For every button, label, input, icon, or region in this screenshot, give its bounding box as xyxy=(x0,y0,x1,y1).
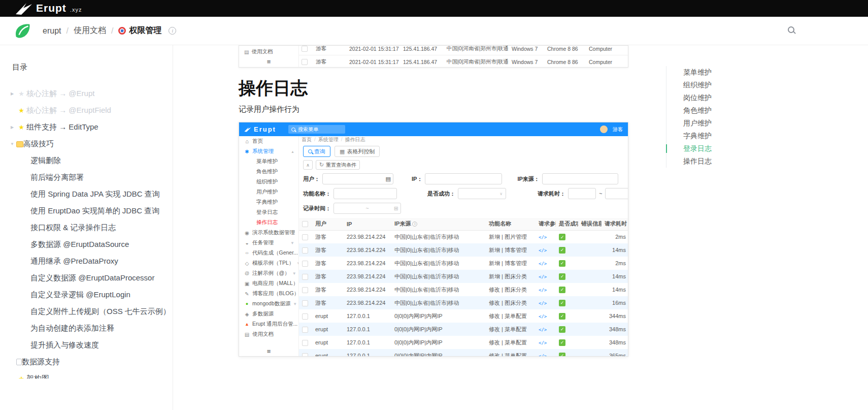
toc-item-label: 登录日志 xyxy=(683,144,712,152)
sidebar-item[interactable]: 数据源支持 xyxy=(0,354,173,370)
cell-ip: 125.41.186.47 xyxy=(400,55,444,68)
site-logo[interactable]: Erupt .xyz xyxy=(0,2,82,15)
admin-sidebar: 首页 系统管理 菜单维护 角色维护 xyxy=(239,136,299,356)
caret-up-icon xyxy=(291,150,294,153)
cell-func: 新增 | 博客管理 xyxy=(486,243,536,257)
user-input xyxy=(322,173,393,184)
toc-item[interactable]: 组织维护 xyxy=(666,79,808,91)
sidebar-item[interactable]: 核心注解 → @Erupt xyxy=(0,85,173,102)
sidebar-item[interactable]: 多数据源 @EruptDataSource xyxy=(0,236,173,253)
success-check-icon xyxy=(559,353,565,356)
cell-duration: 2ms xyxy=(602,257,628,270)
toc-item[interactable]: 角色维护 xyxy=(666,104,808,117)
breadcrumb-page: 权限管理 xyxy=(118,25,161,36)
filter-label-ip: IP： xyxy=(412,175,422,183)
toc-item[interactable]: 菜单维护 xyxy=(666,66,808,79)
admin-breadcrumb: 首页系统管理操作日志 xyxy=(299,136,628,143)
toc-item-label: 字典维护 xyxy=(683,132,712,140)
admin-menu-label: mongodb数据源 xyxy=(252,300,290,307)
toc-item-label: 角色维护 xyxy=(683,106,712,114)
cell-ip-source: 0|0|0|内网IP|内网IP xyxy=(391,349,486,356)
cell-duration: 16ms xyxy=(602,296,628,309)
col-user: 用户 xyxy=(312,218,344,230)
row-checkbox-icon xyxy=(302,46,308,52)
op-log-row: 游客 223.98.214.224 中国|0|山东省|临沂市|移动 新增 | 图… xyxy=(299,230,628,243)
sidebar-item[interactable]: 前后端分离部署 xyxy=(0,169,173,186)
sidebar-item[interactable]: 使用 EruptDao 实现简单的 JDBC 查询 xyxy=(0,203,173,219)
op-log-row: erupt 127.0.0.1 0|0|0|内网IP|内网IP 修改 | 菜单配… xyxy=(299,323,628,336)
info-icon[interactable] xyxy=(169,27,176,35)
sidebar-item[interactable]: 通用继承 @PreDataProxy xyxy=(0,253,173,270)
sidebar-item[interactable]: 逻辑删除 xyxy=(0,152,173,169)
toc-item[interactable]: 登录日志 xyxy=(666,142,808,155)
top-nav xyxy=(666,0,712,17)
sidebar-item-label: 架构图 xyxy=(26,374,49,379)
table-columns-button: 表格列控制 xyxy=(335,146,380,157)
toc-item[interactable]: 操作日志 xyxy=(666,155,808,168)
code-icon xyxy=(539,354,547,356)
reset-query-button: 重置查询条件 xyxy=(316,160,360,170)
cell-ip: 127.0.0.1 xyxy=(344,349,391,356)
sidebar-item[interactable]: 核心注解 → @EruptField xyxy=(0,102,173,119)
sidebar-item[interactable]: 提升插入与修改速度 xyxy=(0,337,173,354)
filter-label-ip-source: IP来源： xyxy=(517,175,539,183)
cell-ip: 223.98.214.224 xyxy=(344,270,391,283)
op-log-row: 游客 223.98.214.224 中国|0|山东省|临沂市|移动 新增 | 博… xyxy=(299,257,628,270)
admin-toolbar: 查询 表格列控制 xyxy=(299,143,628,158)
row-checkbox-icon xyxy=(302,59,308,65)
docs-sidebar-scroll[interactable]: 目录 核心注解 → @Erupt 核心注解 → @EruptField 组件支持… xyxy=(0,45,173,379)
toc-item[interactable]: 用户维护 xyxy=(666,117,808,130)
sidebar-item-label: 核心注解 → @EruptField xyxy=(26,106,111,115)
sidebar-item[interactable]: 组件支持 → EditType xyxy=(0,119,173,136)
range-separator: ~ xyxy=(599,191,602,197)
cell-ip-source: 中国|0|山东省|临沂市|移动 xyxy=(391,230,486,243)
success-check-icon xyxy=(559,273,565,280)
page: Erupt .xyz erupt / 使用文档 / 权限管理 目录 xyxy=(0,0,868,410)
breadcrumb-section[interactable]: 使用文档 xyxy=(74,25,106,36)
sidebar-item-label: 使用 Spring Data JPA 实现 JDBC 查询 xyxy=(30,190,160,199)
page-intro: 记录用户操作行为 xyxy=(239,105,299,114)
fragment-table-wrap: 游客 2021-02-01 15:31:17 125.41.186.47 中国|… xyxy=(299,46,628,67)
admin-main: 首页系统管理操作日志 查询 表格列控制 xyxy=(299,136,628,356)
code-icon xyxy=(539,274,547,279)
fragment-menu-item-docs: 使用文档 xyxy=(239,47,298,56)
cell-func: 新增 | 图床分类 xyxy=(486,270,536,283)
caret-right-icon xyxy=(8,91,16,96)
duration-max-input xyxy=(605,188,628,199)
erupt-eagle-icon xyxy=(244,127,251,132)
sidebar-title: 目录 xyxy=(12,62,173,72)
cell-error xyxy=(578,283,602,296)
admin-menu-item: 系统管理 xyxy=(239,146,298,156)
sidebar-item[interactable]: 使用 Spring Data JPA 实现 JDBC 查询 xyxy=(0,186,173,203)
cell-ip: 223.98.214.224 xyxy=(344,230,391,243)
sidebar-item[interactable]: 接口权限 & 记录操作日志 xyxy=(0,219,173,236)
sidebar-item[interactable]: 架构图 xyxy=(0,370,173,379)
sidebar-item[interactable]: 高级技巧 xyxy=(0,136,173,152)
cell-duration: 14ms xyxy=(602,243,628,257)
grid-icon xyxy=(340,148,345,155)
search-icon[interactable] xyxy=(788,26,794,35)
cloud-icon xyxy=(244,240,250,246)
success-check-icon xyxy=(559,300,565,306)
admin-menu-item: 用户维护 xyxy=(239,187,298,197)
filter-label-duration: 请求耗时： xyxy=(538,190,565,198)
cell-ip: 127.0.0.1 xyxy=(344,323,391,336)
admin-toolbar-2: 重置查询条件 xyxy=(299,158,628,171)
op-log-row: erupt 127.0.0.1 0|0|0|内网IP|内网IP 修改 | 菜单配… xyxy=(299,309,628,323)
calendar-icon xyxy=(394,205,398,212)
sidebar-item[interactable]: 自定义数据源 @EruptDataProcessor xyxy=(0,270,173,287)
caret-down-icon xyxy=(297,231,298,235)
sidebar-item[interactable]: 为自动创建的表添加注释 xyxy=(0,320,173,337)
cell-error xyxy=(578,230,602,243)
breadcrumb-site[interactable]: erupt xyxy=(43,26,61,36)
sidebar-item[interactable]: 自定义登录逻辑 @EruptLogin xyxy=(0,287,173,303)
success-check-icon xyxy=(559,326,565,333)
toc-item[interactable]: 岗位维护 xyxy=(666,91,808,104)
toc-item[interactable]: 字典维护 xyxy=(666,130,808,142)
brand-name: Erupt xyxy=(36,2,66,14)
cell-func: 修改 | 菜单配置 xyxy=(486,323,536,336)
col-ip: IP xyxy=(344,218,391,230)
cell-browser: Chrome 8 86 xyxy=(545,46,586,55)
sidebar-item[interactable]: 自定义附件上传规则（OSS 七牛云示例） xyxy=(0,303,173,320)
erupt-green-logo-icon[interactable] xyxy=(13,21,32,41)
